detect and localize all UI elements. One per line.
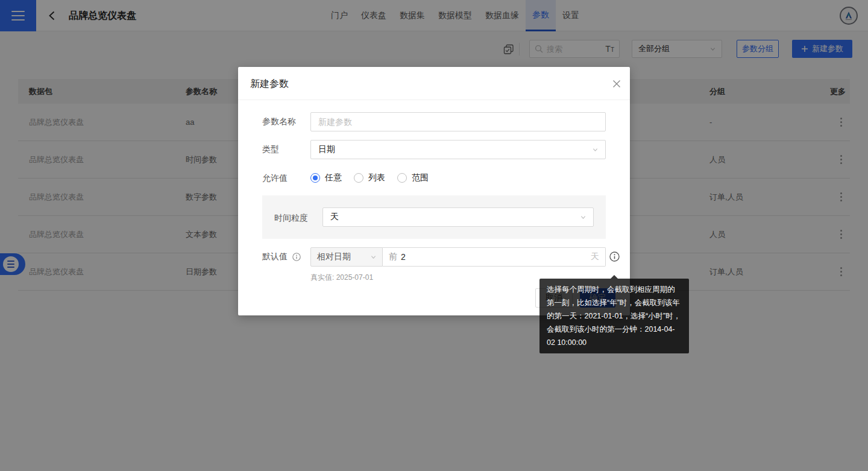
param-name-input-wrapper	[310, 112, 606, 131]
radio-dot	[397, 173, 407, 183]
radio-range[interactable]: 范围	[397, 172, 429, 183]
radio-dot	[354, 173, 363, 183]
unit-label: 天	[591, 251, 599, 262]
chevron-down-icon	[371, 254, 376, 260]
modal-header: 新建参数	[238, 67, 630, 100]
default-value-label-row: 默认值	[262, 251, 301, 262]
relative-days-input-wrapper: 前 天	[383, 247, 606, 267]
allowed-values-radio-group: 任意 列表 范围	[310, 172, 429, 183]
type-label: 类型	[262, 144, 279, 155]
radio-dot	[310, 173, 320, 183]
prefix-label: 前	[389, 251, 397, 262]
close-icon[interactable]	[612, 79, 621, 89]
real-value-text: 真实值: 2025-07-01	[310, 273, 373, 283]
default-value-control: 相对日期 前 天	[310, 247, 606, 267]
allowed-values-label: 允许值	[262, 173, 288, 184]
type-select-value: 日期	[318, 144, 593, 155]
granularity-label: 时间粒度	[274, 213, 308, 224]
radio-any[interactable]: 任意	[310, 172, 342, 183]
granularity-select[interactable]: 天	[322, 207, 594, 227]
radio-list[interactable]: 列表	[354, 172, 385, 183]
period-info-icon[interactable]	[609, 251, 620, 262]
info-icon[interactable]	[292, 253, 301, 261]
param-name-input[interactable]	[318, 117, 598, 127]
date-mode-value: 相对日期	[317, 251, 371, 262]
chevron-down-icon	[593, 147, 598, 153]
default-value-label: 默认值	[262, 251, 288, 262]
relative-days-input[interactable]	[401, 252, 591, 262]
tooltip-arrow	[611, 275, 618, 279]
param-name-label: 参数名称	[262, 116, 296, 127]
granularity-value: 天	[330, 212, 580, 223]
modal-title: 新建参数	[250, 67, 289, 100]
period-tooltip: 选择每个周期时，会截取到相应周期的第一刻，比如选择“年”时，会截取到该年的第一天…	[539, 279, 689, 353]
chevron-down-icon	[580, 215, 586, 220]
tooltip-text: 选择每个周期时，会截取到相应周期的第一刻，比如选择“年”时，会截取到该年的第一天…	[547, 283, 682, 349]
date-mode-select[interactable]: 相对日期	[310, 247, 383, 267]
type-select[interactable]: 日期	[310, 140, 606, 159]
